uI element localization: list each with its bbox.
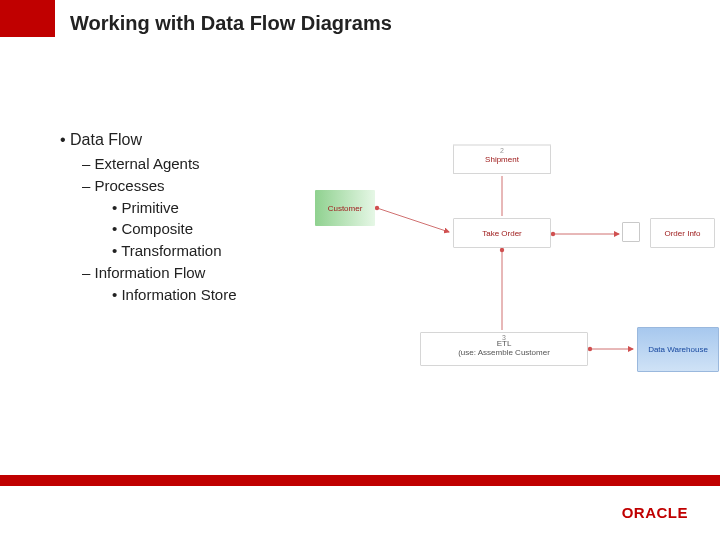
node-data-warehouse: Data Warehouse	[637, 327, 719, 372]
node-customer: Customer	[315, 190, 375, 226]
bullet-l3-composite: Composite	[112, 218, 236, 240]
bullet-l2-agents: External Agents	[82, 153, 236, 175]
node-etl: 3 ETL (use: Assemble Customer	[420, 332, 588, 366]
bullet-l2-processes: Processes	[82, 175, 236, 197]
node-etl-label-2: (use: Assemble Customer	[458, 349, 550, 358]
node-take-order: Take Order	[453, 218, 551, 248]
bullet-l1: Data Flow	[60, 128, 236, 151]
bullet-l2-infoflow: Information Flow	[82, 262, 236, 284]
svg-line-1	[377, 208, 449, 232]
node-shipment-number: 2	[500, 147, 504, 154]
bullet-l3-primitive: Primitive	[112, 197, 236, 219]
node-shipment-label: Shipment	[485, 155, 519, 164]
slide-title: Working with Data Flow Diagrams	[70, 12, 392, 35]
bullet-l3-infostore: Information Store	[112, 284, 236, 306]
diagram-container: Customer 2 Shipment Take Order Order Inf…	[315, 142, 720, 402]
node-order-info-label: Order Info	[664, 229, 700, 238]
node-shipment: 2 Shipment	[453, 144, 551, 174]
bullet-l3-transformation: Transformation	[112, 240, 236, 262]
node-small-connector	[622, 222, 640, 242]
bullet-list: Data Flow External Agents Processes Prim…	[60, 128, 236, 305]
header-red-block	[0, 0, 55, 37]
node-order-info: Order Info	[650, 218, 715, 248]
node-customer-label: Customer	[328, 204, 363, 213]
node-take-order-label: Take Order	[482, 229, 522, 238]
node-data-warehouse-label: Data Warehouse	[648, 345, 708, 354]
node-etl-number: 3	[502, 334, 506, 342]
oracle-logo: ORACLE	[622, 504, 688, 521]
footer-red-bar	[0, 475, 720, 486]
